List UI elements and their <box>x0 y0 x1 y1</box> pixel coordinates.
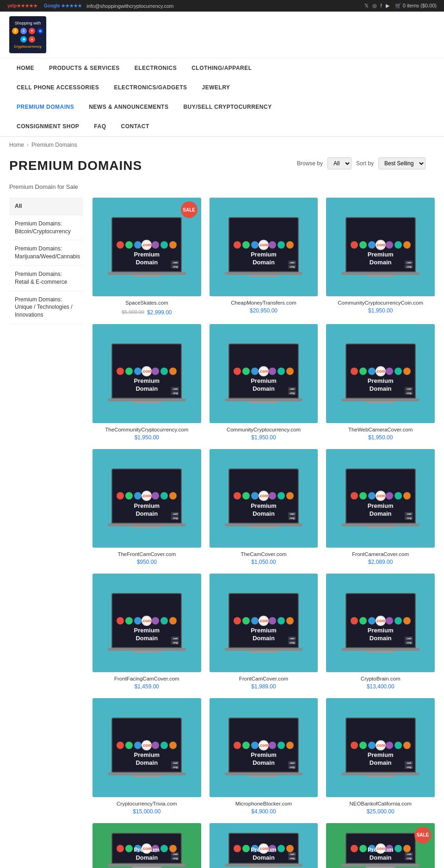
product-label: PremiumDomain <box>98 502 196 518</box>
nav-clothing[interactable]: CLOTHING/APPAREL <box>184 58 259 78</box>
product-image: .com .net .org PremiumDomain <box>92 574 201 672</box>
laptop-illustration: .com .net .org PremiumDomain <box>98 703 196 792</box>
circle-2 <box>134 368 142 375</box>
google-logo: Google ★★★★★ <box>44 3 82 8</box>
product-name: MicrophoneBlocker.com <box>210 801 318 806</box>
circle-4 <box>152 368 159 375</box>
circle-2 <box>368 368 376 375</box>
laptop-base <box>225 524 303 526</box>
product-card[interactable]: .com .net .org PremiumDomain CommunityCr… <box>326 198 435 316</box>
breadcrumb-home[interactable]: Home <box>9 142 24 148</box>
nav-home[interactable]: HOME <box>9 58 42 78</box>
product-card[interactable]: .com .net .org PremiumDomain CommunityCr… <box>210 324 318 440</box>
cart-info[interactable]: 🛒 0 items ($0.00) <box>395 3 437 9</box>
main-layout: All Premium Domains: Bitcoin/Cryptocurre… <box>0 198 444 868</box>
nav-news[interactable]: NEWS & ANNOUNCEMENTS <box>81 97 176 117</box>
product-card[interactable]: .com .net .org PremiumDomain <box>92 823 201 868</box>
laptop-stand <box>132 526 161 528</box>
product-card[interactable]: SALE .com .net .org PremiumDomain SpaceS… <box>92 198 201 316</box>
circle-4 <box>386 492 393 500</box>
nav-premium-domains[interactable]: PREMIUM DOMAINS <box>9 97 81 117</box>
ratings-bar: yelp★★★★★ Google ★★★★★ <box>7 3 82 8</box>
product-card[interactable]: .com .net .org PremiumDomain <box>210 823 318 868</box>
product-card[interactable]: .com .net .org PremiumDomain TheCommunit… <box>92 324 201 440</box>
instagram-icon[interactable]: ◎ <box>372 3 377 9</box>
product-label: PremiumDomain <box>332 251 429 267</box>
circle-1 <box>125 617 133 624</box>
laptop-illustration: .com .net .org PremiumDomain <box>215 203 312 292</box>
laptop-stand <box>366 775 395 777</box>
product-price: $4,900.00 <box>210 808 318 815</box>
facebook-icon[interactable]: f <box>381 3 382 9</box>
site-logo[interactable]: Shopping with ₿ Ξ ✦ ◎ ◆ ● Cryptocurrency <box>9 16 46 53</box>
laptop-illustration: .com .net .org PremiumDomain <box>98 329 196 418</box>
nav-contact[interactable]: CONTACT <box>114 117 157 136</box>
product-card[interactable]: .com .net .org PremiumDomain CryptoBrain… <box>326 574 435 690</box>
product-image: SALE .com .net .org PremiumDomain <box>92 198 201 296</box>
product-card[interactable]: .com .net .org PremiumDomain TheFrontCam… <box>92 449 201 565</box>
product-image: .com .net .org PremiumDomain <box>92 698 201 797</box>
circle-1 <box>125 241 133 249</box>
product-label: PremiumDomain <box>98 377 196 393</box>
circle-1 <box>359 742 367 749</box>
product-price: $1,050.00 <box>210 559 318 565</box>
circle-4 <box>152 617 159 624</box>
product-card[interactable]: .com .net .org PremiumDomain Cryptocurre… <box>92 698 201 814</box>
product-card[interactable]: .com .net .org PremiumDomain CheapMoneyT… <box>210 198 318 316</box>
circle-1 <box>359 492 367 500</box>
nav-jewelry[interactable]: JEWELRY <box>195 78 238 97</box>
twitter-icon[interactable]: 𝕏 <box>364 3 369 9</box>
nav-row-3: PREMIUM DOMAINS NEWS & ANNOUNCEMENTS BUY… <box>9 97 435 117</box>
screen-com-badge: .com <box>142 616 152 626</box>
top-bar: yelp★★★★★ Google ★★★★★ info@shoppingwith… <box>0 0 444 12</box>
circle-6 <box>403 742 411 749</box>
social-icons[interactable]: 𝕏 ◎ f ▶ <box>364 3 389 9</box>
sidebar-item-bitcoin[interactable]: Premium Domains: Bitcoin/Cryptocurrency <box>9 215 83 241</box>
product-card[interactable]: .com .net .org PremiumDomain FrontFacing… <box>92 574 201 690</box>
product-card[interactable]: .com .net .org PremiumDomain TheWebCamer… <box>326 324 435 440</box>
product-card[interactable]: SALE .com .net .org PremiumDomain <box>326 823 435 868</box>
product-name: CryptoBrain.com <box>326 676 435 681</box>
circle-0 <box>117 742 124 749</box>
nav-buy-sell-crypto[interactable]: BUY/SELL CRYPTOCURRENCY <box>176 97 279 117</box>
circle-2 <box>134 241 142 249</box>
laptop-illustration: .com .net .org PremiumDomain <box>332 203 429 292</box>
sidebar-item-unique[interactable]: Premium Domains: Unique / Technologies /… <box>9 291 83 324</box>
sidebar-item-retail[interactable]: Premium Domains: Retail & E-commerce <box>9 266 83 291</box>
screen-com-badge: .com <box>259 240 269 250</box>
circle-1 <box>242 617 250 624</box>
nav-cell-phone[interactable]: CELL PHONE ACCESSORIES <box>9 78 106 97</box>
nav-electronics[interactable]: ELECTRONICS <box>127 58 185 78</box>
filter-bar: Browse by All Sort by Best Selling <box>288 157 435 174</box>
browse-by-select[interactable]: All <box>327 157 352 169</box>
screen-com-badge: .com <box>142 491 152 501</box>
product-card[interactable]: .com .net .org PremiumDomain FrontCamera… <box>326 449 435 565</box>
nav-electronics-gadgets[interactable]: ELECTRONICS/GADGETS <box>106 78 194 97</box>
product-name: FrontCamCover.com <box>210 676 318 681</box>
sidebar-item-marijuana[interactable]: Premium Domains: Marijuana/Weed/Cannabis <box>9 240 83 266</box>
screen-com-badge: .com <box>142 366 152 376</box>
circle-1 <box>125 492 133 500</box>
product-name: TheCommunityCryptocurrency.com <box>92 427 201 432</box>
product-image: .com .net .org PremiumDomain <box>326 698 435 797</box>
youtube-icon[interactable]: ▶ <box>386 3 389 9</box>
product-label: PremiumDomain <box>332 627 429 643</box>
breadcrumb-current: Premium Domains <box>31 142 77 148</box>
product-card[interactable]: .com .net .org PremiumDomain NEOBankofCa… <box>326 698 435 814</box>
circle-2 <box>251 742 259 749</box>
nav-faq[interactable]: FAQ <box>86 117 113 136</box>
circle-6 <box>286 617 294 624</box>
product-image: .com .net .org PremiumDomain <box>326 198 435 296</box>
sidebar-item-all[interactable]: All <box>9 198 83 215</box>
screen-com-badge: .com <box>259 740 269 750</box>
product-card[interactable]: .com .net .org PremiumDomain MicrophoneB… <box>210 698 318 814</box>
product-card[interactable]: .com .net .org PremiumDomain TheCamCover… <box>210 449 318 565</box>
logo-area[interactable]: Shopping with ₿ Ξ ✦ ◎ ◆ ● Cryptocurrency <box>9 16 46 53</box>
laptop-stand <box>366 651 395 653</box>
nav-consignment[interactable]: CONSIGNMENT SHOP <box>9 117 86 136</box>
sort-by-select[interactable]: Best Selling <box>378 157 426 169</box>
circle-0 <box>234 492 241 500</box>
product-card[interactable]: .com .net .org PremiumDomain FrontCamCov… <box>210 574 318 690</box>
circle-6 <box>403 368 411 375</box>
nav-products[interactable]: PRODUCTS & SERVICES <box>42 58 127 78</box>
